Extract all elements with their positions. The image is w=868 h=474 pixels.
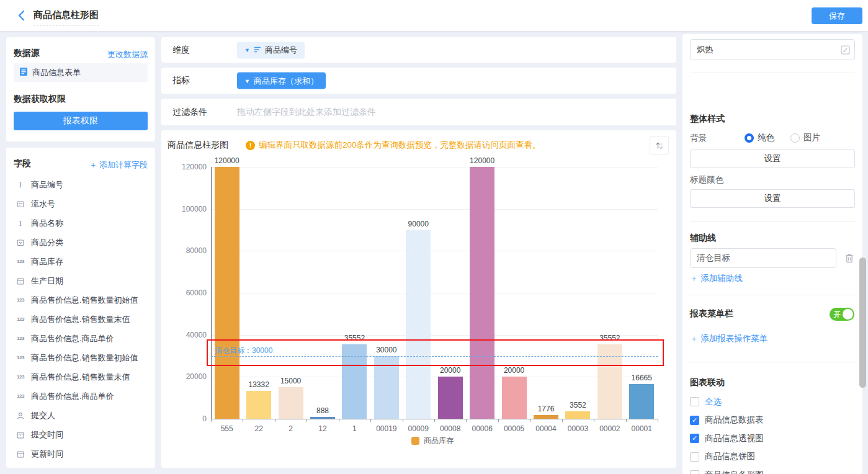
- divider: [690, 362, 855, 362]
- field-item[interactable]: 流水号: [6, 194, 155, 213]
- field-item[interactable]: I商品名称: [6, 213, 155, 233]
- field-item[interactable]: 提交人: [6, 406, 155, 425]
- x-axis-tickmark: [339, 419, 339, 422]
- field-item[interactable]: 123商品售价信息.商品单价: [6, 387, 155, 406]
- background-row: 背景 纯色 图片: [690, 132, 855, 143]
- bar[interactable]: [215, 167, 239, 419]
- bar[interactable]: [470, 167, 494, 419]
- field-item[interactable]: 123商品售价信息.销售数量末值: [6, 367, 155, 387]
- add-calc-field-link[interactable]: ＋ 添加计算字段: [89, 159, 148, 171]
- field-item-label: 商品编号: [31, 179, 63, 190]
- field-item-label: 商品库存: [31, 256, 63, 267]
- field-item[interactable]: 生产日期: [6, 271, 155, 290]
- scrollbar-thumb[interactable]: [859, 257, 866, 388]
- checkbox-icon: [690, 397, 699, 406]
- chevron-down-icon: ▼: [244, 78, 250, 84]
- x-axis-tickmark: [530, 419, 530, 422]
- field-item[interactable]: 提交时间: [6, 425, 155, 444]
- report-menu-toggle[interactable]: 开: [830, 308, 854, 321]
- edit-icon[interactable]: [841, 45, 850, 56]
- chart-linkage-list: 全选✓商品信息数据表✓商品信息透视图商品信息饼图商品信息条形图商品信息雷达图: [690, 393, 855, 474]
- bar[interactable]: [438, 377, 463, 419]
- x-axis-tickmark: [211, 419, 212, 422]
- bar[interactable]: [565, 411, 590, 419]
- bar[interactable]: [246, 391, 271, 419]
- dimension-label: 维度: [172, 45, 190, 56]
- radio-image[interactable]: 图片: [790, 132, 820, 143]
- bar-value-label: 120000: [205, 156, 249, 165]
- toggle-on-label: 开: [834, 310, 841, 320]
- x-axis-tickmark: [466, 419, 467, 422]
- number-field-icon: 123: [15, 336, 26, 341]
- linkage-checkbox[interactable]: ✓商品信息数据表: [690, 411, 855, 430]
- datasource-name: 商品信息表单: [32, 67, 81, 78]
- chart-legend: 商品库存: [411, 436, 454, 446]
- bar[interactable]: [406, 230, 431, 419]
- datasource-panel: 数据源 更改数据源 商品信息表单 数据获取权限 报表权限: [6, 37, 155, 141]
- metric-chip[interactable]: ▼ 商品库存（求和）: [237, 73, 326, 89]
- fields-panel: 字段 ＋ 添加计算字段 I商品编号流水号I商品名称商品分类123商品库存生产日期…: [6, 148, 155, 468]
- back-icon[interactable]: [16, 9, 29, 22]
- report-menu-heading: 报表菜单栏: [690, 308, 733, 320]
- checkbox-label: 商品信息条形图: [705, 470, 764, 474]
- bar[interactable]: [502, 377, 527, 419]
- field-item-label: 更新时间: [31, 449, 63, 460]
- radio-icon: [790, 133, 800, 143]
- save-button[interactable]: 保存: [812, 7, 862, 24]
- legend-swatch-icon: [411, 437, 419, 445]
- filter-row[interactable]: 过滤条件 拖动左侧字段到此处来添加过滤条件: [161, 99, 676, 125]
- linkage-checkbox[interactable]: ✓商品信息透视图: [690, 429, 855, 448]
- trash-icon[interactable]: [844, 253, 854, 266]
- style-name-input[interactable]: [690, 39, 855, 60]
- field-item[interactable]: 商品分类: [6, 233, 155, 252]
- bar[interactable]: [279, 387, 303, 419]
- field-item[interactable]: I商品编号: [6, 175, 155, 194]
- bar-value-label: 888: [301, 406, 344, 415]
- overall-style-heading: 整体样式: [690, 114, 725, 125]
- number-field-icon: 123: [15, 355, 26, 360]
- select-all-checkbox[interactable]: 全选: [690, 393, 855, 411]
- divider: [690, 221, 855, 222]
- dimension-chip-label: 商品编号: [265, 45, 297, 56]
- field-item-label: 提交人: [31, 410, 55, 421]
- bar-value-label: 20000: [493, 366, 536, 375]
- field-item[interactable]: 123商品售价信息.销售数量初始值: [6, 290, 155, 310]
- add-report-menu-link[interactable]: ＋ 添加报表操作菜单: [690, 333, 767, 344]
- radio-solid-color[interactable]: 纯色: [745, 132, 774, 143]
- y-axis-tick-label: 80000: [161, 246, 207, 255]
- field-item[interactable]: 123商品售价信息.销售数量末值: [6, 310, 155, 329]
- datasource-item[interactable]: 商品信息表单: [14, 63, 148, 82]
- field-item-label: 生产日期: [31, 275, 63, 287]
- style-panel: 整体样式 背景 纯色 图片 设置 标题颜色 设置 辅助线 ＋ 添加辅助线 报表菜…: [682, 34, 862, 474]
- auxline-name-input[interactable]: [690, 248, 836, 268]
- field-item[interactable]: 123商品库存: [6, 252, 155, 271]
- field-item[interactable]: 更新时间: [6, 444, 155, 463]
- bar[interactable]: [310, 417, 335, 419]
- dimension-chip[interactable]: ▼ 商品编号: [237, 42, 305, 58]
- change-datasource-link[interactable]: 更改数据源: [107, 49, 148, 60]
- number-field-icon: 123: [15, 259, 26, 264]
- date-field-icon: [15, 431, 26, 439]
- bar-value-label: 16665: [620, 373, 663, 382]
- title-color-set-button[interactable]: 设置: [690, 189, 855, 208]
- dimension-lines-icon: [254, 45, 261, 55]
- chart-panel: 商品信息柱形图 ! 编辑界面只取数据源前200条作为查询数据预览，完整数据请访问…: [161, 130, 676, 468]
- add-auxline-link[interactable]: ＋ 添加辅助线: [690, 273, 743, 284]
- radio-solid-label: 纯色: [758, 132, 774, 143]
- field-item[interactable]: 123商品售价信息.销售数量初始值: [6, 348, 155, 367]
- y-axis-line: [211, 167, 212, 419]
- background-set-button[interactable]: 设置: [690, 150, 855, 168]
- toggle-knob: [843, 309, 853, 320]
- report-permission-button[interactable]: 报表权限: [14, 112, 148, 130]
- checkbox-label: 商品信息透视图: [705, 433, 764, 444]
- bar[interactable]: [629, 384, 654, 419]
- form-file-icon: [19, 67, 28, 78]
- linkage-checkbox[interactable]: 商品信息条形图: [690, 466, 855, 474]
- field-item[interactable]: 123商品售价信息.商品单价: [6, 329, 155, 348]
- fields-heading: 字段: [14, 158, 31, 169]
- x-axis-tickmark: [562, 419, 563, 422]
- linkage-checkbox[interactable]: 商品信息饼图: [690, 448, 855, 467]
- bar[interactable]: [534, 415, 558, 419]
- x-axis-tickmark: [306, 419, 307, 422]
- x-axis-tickmark: [370, 419, 371, 422]
